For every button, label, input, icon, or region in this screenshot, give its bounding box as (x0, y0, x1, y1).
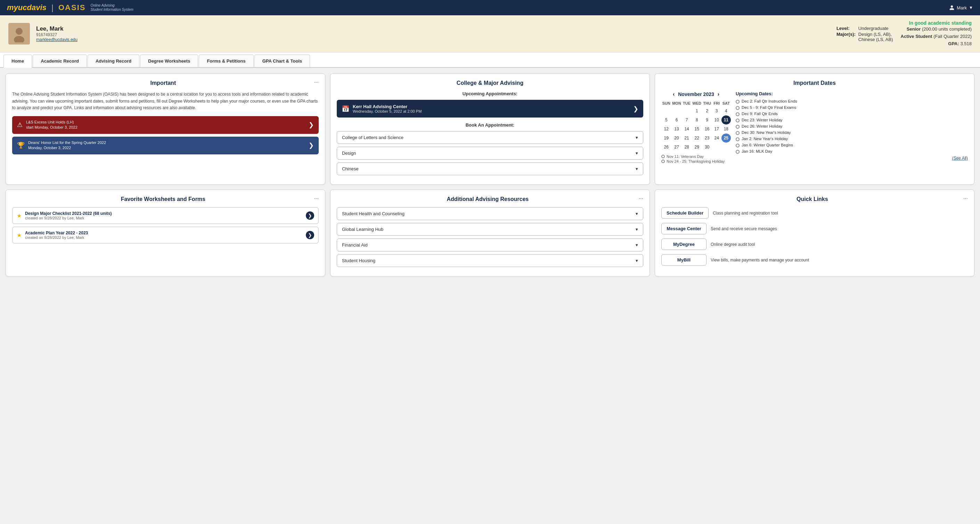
calendar-day[interactable]: 11 (721, 115, 731, 124)
worksheets-card-title: Favorite Worksheets and Forms (12, 196, 319, 202)
calendar-day[interactable]: 12 (661, 124, 671, 134)
calendar-day[interactable]: 22 (692, 134, 702, 143)
calendar-day[interactable]: 2 (702, 107, 712, 115)
tab-academic-record[interactable]: Academic Record (33, 54, 87, 67)
worksheet-item[interactable]: ★ Academic Plan Year 2022 - 2023 created… (12, 227, 319, 244)
quick-link-button[interactable]: Schedule Builder (661, 207, 709, 219)
calendar-day[interactable]: 4 (721, 107, 731, 115)
calendar-day[interactable]: 14 (682, 124, 692, 134)
tab-advising-record[interactable]: Advising Record (88, 54, 139, 67)
quick-link-button[interactable]: MyBill (661, 254, 706, 266)
chevron-down-icon: ▾ (636, 258, 638, 263)
quick-link-item: Message Center Send and receive secure m… (661, 223, 968, 234)
tab-degree-worksheets[interactable]: Degree Worksheets (140, 54, 198, 67)
date-dot-icon (736, 143, 740, 147)
upcoming-date-item: Jan 6: Winter Quarter Begins (736, 143, 968, 147)
tab-forms-petitions[interactable]: Forms & Petitions (199, 54, 253, 67)
quick-link-button[interactable]: MyDegree (661, 239, 706, 250)
upcoming-date-item: Jan 16: MLK Day (736, 149, 968, 154)
calendar-holidays: Nov 11: Veterans Day Nov 24 - 25: Thanks… (661, 154, 731, 163)
calendar-day[interactable]: 29 (692, 143, 702, 151)
appointment-arrow-icon: ❯ (633, 105, 638, 113)
worksheet-name: Design Major Checklist 2021-2022 (68 uni… (25, 211, 302, 216)
calendar-day[interactable]: 16 (702, 124, 712, 134)
upcoming-dates-title: Upcoming Dates: (736, 91, 968, 96)
quick-links-menu-button[interactable]: ··· (963, 196, 968, 202)
quick-link-description: Class planning and registration tool (713, 211, 778, 216)
chinese-dropdown-label: Chinese (342, 166, 359, 171)
calendar-day[interactable]: 25 (721, 134, 731, 143)
calendar-day[interactable]: 15 (692, 124, 702, 134)
calendar-day[interactable]: 7 (682, 115, 692, 124)
see-all-button[interactable]: (See All) (736, 156, 968, 161)
chinese-dropdown[interactable]: Chinese ▾ (337, 162, 643, 175)
cal-header-fri: FRI (712, 100, 721, 107)
quick-link-button[interactable]: Message Center (661, 223, 706, 234)
upcoming-date-item: Dec 26: Winter Holiday (736, 124, 968, 129)
calendar-day[interactable]: 18 (721, 124, 731, 134)
calendar-day[interactable]: 8 (692, 115, 702, 124)
logo-oasis-subtitle: Online Advising Student Information Syst… (91, 3, 133, 12)
college-dropdown-label: College of Letters and Science (342, 135, 404, 140)
deans-honor-list-button[interactable]: 🏆 Deans' Honor List for the Spring Quart… (12, 137, 319, 154)
academic-standing: In good academic standing (901, 20, 972, 26)
calendar-day[interactable]: 20 (671, 134, 682, 143)
chevron-down-icon: ▾ (636, 151, 638, 156)
calendar-day[interactable]: 21 (682, 134, 692, 143)
calendar-day[interactable]: 27 (671, 143, 682, 151)
college-advising-title: College & Major Advising (337, 80, 643, 86)
calendar-day[interactable]: 26 (661, 143, 671, 151)
date-dot-icon (736, 131, 740, 135)
calendar-day[interactable]: 30 (702, 143, 712, 151)
upcoming-date-item: Dec 5 - 9: Fall Qtr Final Exams (736, 105, 968, 110)
quick-links-title: Quick Links (661, 196, 968, 202)
top-nav: myucdavis | OASIS Online Advising Studen… (0, 0, 980, 15)
advising-resource-dropdown[interactable]: Financial Aid▾ (337, 239, 643, 252)
advising-resource-dropdown[interactable]: Student Housing▾ (337, 254, 643, 267)
calendar-day[interactable]: 10 (712, 115, 721, 124)
calendar-day[interactable]: 17 (712, 124, 721, 134)
user-menu[interactable]: Mark ▼ (949, 5, 973, 10)
worksheets-menu-button[interactable]: ··· (314, 196, 319, 202)
cal-header-mon: MON (671, 100, 682, 107)
tab-gpa-chart[interactable]: GPA Chart & Tools (255, 54, 310, 67)
calendar-day[interactable]: 23 (702, 134, 712, 143)
important-dates-card: Important Dates ‹ November 2023 › SUN MO… (655, 73, 974, 185)
calendar-day[interactable]: 5 (661, 115, 671, 124)
important-card: ··· Important The Online Advising Studen… (6, 73, 325, 185)
calendar-day (712, 143, 721, 151)
calendar-day[interactable]: 24 (712, 134, 721, 143)
worksheet-item[interactable]: ★ Design Major Checklist 2021-2022 (68 u… (12, 207, 319, 224)
calendar-day[interactable]: 3 (712, 107, 721, 115)
advising-resource-dropdown[interactable]: Student Health and Counseling▾ (337, 207, 643, 220)
quick-link-item: MyDegree Online degree audit tool (661, 239, 968, 250)
calendar-day[interactable]: 19 (661, 134, 671, 143)
chevron-down-icon: ▾ (636, 242, 638, 248)
calendar-day[interactable]: 6 (671, 115, 682, 124)
important-menu-button[interactable]: ··· (314, 79, 319, 86)
design-dropdown[interactable]: Design ▾ (337, 147, 643, 159)
holiday-item-thanksgiving: Nov 24 - 25: Thanksgiving Holiday (661, 159, 731, 163)
calendar-next-button[interactable]: › (718, 91, 719, 97)
profile-email[interactable]: marklee@ucdavis.edu (36, 37, 815, 42)
appointment-item[interactable]: 📅 Kerr Hall Advising Center Wednesday, O… (337, 100, 643, 118)
profile-header: Lee, Mark 916749327 marklee@ucdavis.edu … (0, 15, 980, 53)
honor-text: Deans' Honor List for the Spring Quarter… (28, 140, 305, 151)
calendar-day (671, 107, 682, 115)
tab-home[interactable]: Home (3, 54, 32, 68)
calendar-day[interactable]: 9 (702, 115, 712, 124)
profile-status: In good academic standing Senior (200.00… (901, 20, 972, 47)
calendar-prev-button[interactable]: ‹ (673, 91, 675, 97)
level-value: Undergraduate (857, 25, 894, 31)
appointment-name: Kerr Hall Advising Center (353, 104, 630, 109)
calendar-day[interactable]: 28 (682, 143, 692, 151)
calendar-day[interactable]: 1 (692, 107, 702, 115)
upcoming-date-item: Jan 2: New Year's Holiday (736, 137, 968, 141)
calendar-icon: 📅 (342, 105, 349, 113)
advising-resources-menu-button[interactable]: ··· (639, 196, 643, 202)
advising-resource-dropdown[interactable]: Global Learning Hub▾ (337, 223, 643, 236)
college-dropdown[interactable]: College of Letters and Science ▾ (337, 131, 643, 144)
ls-excess-units-alert[interactable]: ⚠ L&S Excess Unit Holds (LH) start Monda… (12, 116, 319, 134)
calendar-day[interactable]: 13 (671, 124, 682, 134)
profile-info: Lee, Mark 916749327 marklee@ucdavis.edu (36, 25, 815, 42)
